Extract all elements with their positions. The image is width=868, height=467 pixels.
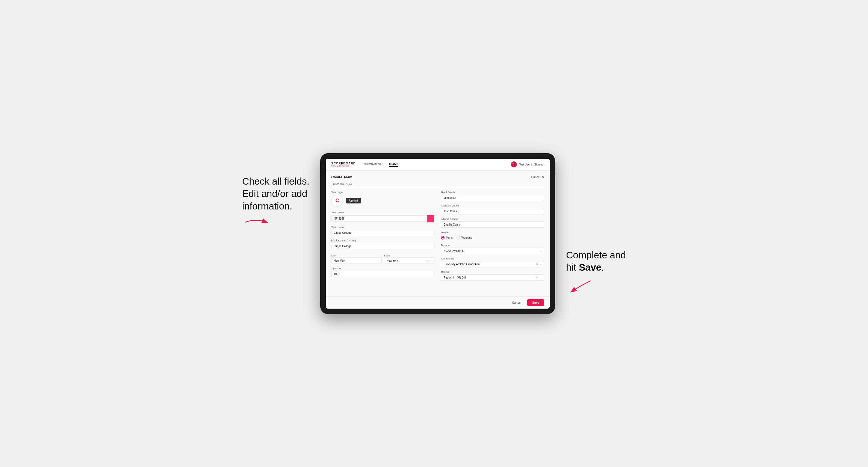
- state-arrow-icon: ⌄: [430, 259, 432, 262]
- page-header: Create Team Cancel ✕: [331, 175, 544, 179]
- user-label: Test User |: [519, 163, 532, 166]
- right-annotation: Complete and hit Save.: [566, 153, 626, 295]
- conference-group: Conference University Athletic Associati…: [441, 257, 544, 268]
- brand: SCOREBOARD Powered by clippd: [331, 162, 355, 167]
- state-select[interactable]: New York ✕ ⌄: [384, 257, 434, 264]
- tablet-screen: SCOREBOARD Powered by clippd TOURNAMENTS…: [326, 159, 550, 309]
- state-label: State: [384, 254, 390, 257]
- team-colour-input[interactable]: [331, 216, 427, 222]
- division-group: Division NCAA Division III: [441, 244, 544, 254]
- head-coach-label: Head Coach: [441, 191, 544, 194]
- cancel-top-link[interactable]: Cancel ✕: [531, 175, 544, 179]
- team-colour-label: Team colour: [331, 211, 434, 214]
- division-select[interactable]: NCAA Division III: [441, 248, 544, 254]
- main-content: Create Team Cancel ✕ TEAM DETAILS Team l…: [326, 171, 550, 296]
- sign-out-link[interactable]: Sign out: [534, 163, 544, 166]
- state-value: New York: [386, 259, 427, 262]
- team-logo-label: Team logo: [331, 191, 434, 194]
- conference-select[interactable]: University Athletic Association ✕ ⌄: [441, 261, 544, 268]
- conference-label: Conference: [441, 257, 544, 260]
- conference-value: University Athletic Association: [443, 263, 536, 266]
- team-name-label: Team name: [331, 226, 434, 228]
- annotation-line3: information.: [242, 200, 309, 213]
- assistant-coach-input[interactable]: [441, 208, 544, 214]
- state-clear-controls[interactable]: ✕ ⌄: [427, 259, 432, 262]
- city-state-group: City State New York ✕ ⌄: [331, 253, 434, 264]
- logo-upload-area: C Upload: [331, 195, 434, 207]
- form-col-left: Team logo C Upload Team colour: [331, 191, 434, 281]
- color-swatch[interactable]: [427, 215, 434, 223]
- close-icon: ✕: [541, 175, 544, 179]
- nav-tournaments[interactable]: TOURNAMENTS: [362, 162, 383, 167]
- display-name-input[interactable]: [331, 243, 434, 249]
- division-label: Division: [441, 244, 544, 247]
- team-logo-circle: C: [331, 195, 343, 207]
- head-coach-group: Head Coach: [441, 191, 544, 201]
- color-input-row: [331, 215, 434, 223]
- upload-button[interactable]: Upload: [346, 198, 361, 204]
- region-label: Region: [441, 271, 544, 273]
- assistant-coach-label: Assistant Coach: [441, 204, 544, 207]
- gender-group: Gender Mens Womens: [441, 231, 544, 241]
- left-annotation: Check all fields. Edit and/or add inform…: [242, 153, 309, 228]
- gender-label: Gender: [441, 231, 544, 234]
- page-title: Create Team: [331, 175, 352, 179]
- annotation-arrow-left: [242, 217, 270, 228]
- annotation-right-line2: hit Save.: [566, 261, 626, 274]
- conference-clear-controls[interactable]: ✕ ⌄: [536, 263, 542, 266]
- region-select[interactable]: Region II - (M) DIII ✕ ⌄: [441, 275, 544, 281]
- team-name-group: Team name: [331, 226, 434, 236]
- gender-mens-option[interactable]: Mens: [441, 236, 453, 240]
- state-group: State New York ✕ ⌄: [384, 253, 434, 264]
- form-footer: Cancel Save: [326, 296, 550, 309]
- zip-group: Zip code: [331, 267, 434, 277]
- nav-teams[interactable]: TEAMS: [389, 162, 398, 167]
- city-group: City: [331, 253, 382, 264]
- region-clear-controls[interactable]: ✕ ⌄: [536, 276, 542, 279]
- team-logo-group: Team logo C Upload: [331, 191, 434, 208]
- navbar-left: SCOREBOARD Powered by clippd TOURNAMENTS…: [331, 162, 398, 167]
- radio-mens-dot: [441, 236, 444, 240]
- gender-womens-option[interactable]: Womens: [457, 236, 472, 240]
- tablet-device: SCOREBOARD Powered by clippd TOURNAMENTS…: [320, 153, 555, 314]
- conference-caret-icon: ⌄: [539, 263, 542, 266]
- athletic-director-group: Athletic Director: [441, 218, 544, 228]
- city-state-row: City State New York ✕ ⌄: [331, 253, 434, 264]
- head-coach-input[interactable]: [441, 195, 544, 201]
- navbar: SCOREBOARD Powered by clippd TOURNAMENTS…: [326, 159, 550, 171]
- division-select-wrapper: NCAA Division III: [441, 248, 544, 254]
- region-clear-icon[interactable]: ✕: [536, 276, 538, 279]
- region-group: Region Region II - (M) DIII ✕ ⌄: [441, 271, 544, 281]
- brand-title: SCOREBOARD: [331, 162, 355, 165]
- gender-mens-label: Mens: [446, 236, 453, 239]
- form-grid: Team logo C Upload Team colour: [331, 191, 544, 281]
- display-name-label: Display name (unique): [331, 239, 434, 242]
- annotation-right-line1: Complete and: [566, 249, 626, 261]
- annotation-line2: Edit and/or add: [242, 187, 309, 200]
- brand-sub: Powered by clippd: [331, 165, 355, 167]
- display-name-group: Display name (unique): [331, 239, 434, 249]
- athletic-director-input[interactable]: [441, 221, 544, 228]
- gender-row: Mens Womens: [441, 235, 544, 241]
- state-clear-icon[interactable]: ✕: [427, 259, 429, 262]
- athletic-director-label: Athletic Director: [441, 218, 544, 220]
- save-button[interactable]: Save: [527, 299, 544, 306]
- nav-links: TOURNAMENTS TEAMS: [362, 162, 398, 167]
- annotation-line1: Check all fields.: [242, 175, 309, 188]
- page-wrapper: Check all fields. Edit and/or add inform…: [243, 153, 625, 314]
- zip-input[interactable]: [331, 271, 434, 277]
- gender-womens-label: Womens: [461, 236, 472, 239]
- assistant-coach-group: Assistant Coach: [441, 204, 544, 214]
- zip-label: Zip code: [331, 267, 434, 270]
- cancel-button[interactable]: Cancel: [509, 299, 525, 306]
- team-colour-group: Team colour: [331, 211, 434, 223]
- navbar-right: TU Test User | Sign out: [511, 161, 544, 167]
- section-label: TEAM DETAILS: [331, 182, 544, 187]
- city-label: City: [331, 254, 336, 257]
- radio-womens-dot: [457, 236, 460, 240]
- conference-clear-icon[interactable]: ✕: [536, 263, 538, 266]
- team-name-input[interactable]: [331, 230, 434, 236]
- annotation-arrow-right: [566, 278, 593, 294]
- city-input[interactable]: [331, 257, 382, 264]
- user-avatar: TU: [511, 161, 517, 167]
